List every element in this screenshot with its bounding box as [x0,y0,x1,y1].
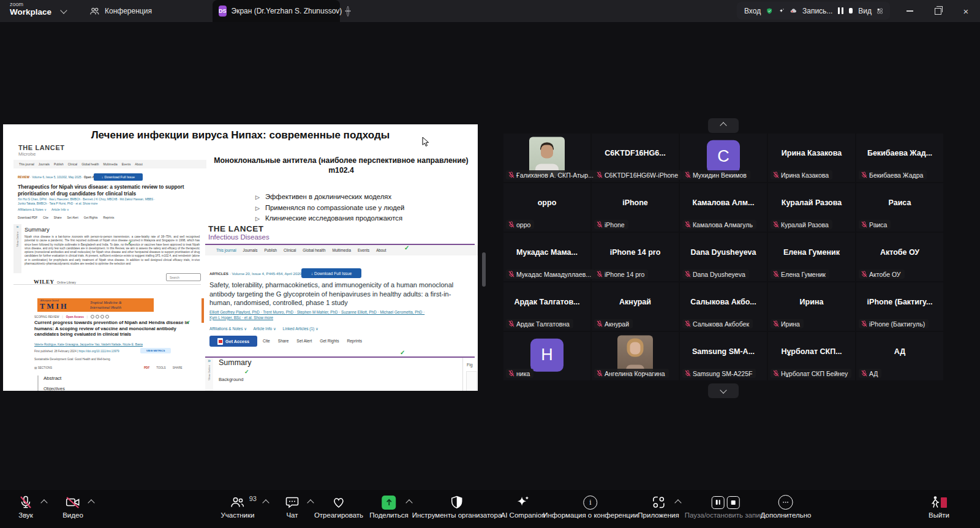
participant-tile[interactable]: Актобе ОУ Актобе ОУ [856,232,944,282]
participant-name-badge: Ангелина Корчагина [594,369,669,378]
view-button[interactable]: Вид [858,7,872,15]
audio-button[interactable]: Звук [18,494,33,519]
participant-tile[interactable]: Н ника [503,331,591,381]
published-row: First published: 28 February 2024 | http… [34,350,119,353]
tab-conference-label: Конференция [105,7,152,15]
leave-button[interactable]: Выйти [929,494,949,519]
participant-name-badge: C6KTDF16HG6W-iPhone [594,170,682,179]
nav-item: Publish [54,163,64,166]
nav-item: Get Rights [320,339,339,343]
summary-heading: Summary [219,358,251,367]
participant-name-badge: Samsung SM-A225F [682,369,756,378]
participant-tile[interactable]: Ирина Ирина [767,282,856,331]
participant-tile[interactable]: iPhone 14 pro iPhone 14 pro [591,232,679,282]
journal-nav: This journalJournalsPublishClinicalGloba… [205,245,478,255]
participant-display-name: Елена Гуменик [769,248,854,257]
participant-tile[interactable]: Мукадас Мама... Мукадас Мамадуллаев... [503,232,591,282]
host-tools-button[interactable]: Инструменты организатора [412,494,502,519]
chat-options-chevron[interactable] [307,499,314,506]
nav-item: About [376,248,386,252]
audio-options-chevron[interactable] [40,499,47,506]
sdg-note: Sustainable Development Goal: Good Healt… [34,358,111,361]
participant-tile[interactable]: iPhone iPhone [591,183,679,232]
participant-tile[interactable]: C Мухидин Векимов [679,133,767,183]
participant-name-badge: Ғалиханов А. СКП-Атыр... [506,170,597,179]
lancet-microbe-sub: Microbe [18,151,36,157]
participant-tile[interactable]: Ангелина Корчагина [591,331,679,381]
stop-recording-icon[interactable] [849,8,853,13]
cloud-recording-icon [790,7,797,15]
gallery-scroll-down-button[interactable] [708,383,739,398]
participants-options-chevron[interactable] [262,499,269,506]
minimize-button[interactable] [895,0,924,22]
share-button: SHARE [173,366,183,369]
tab-screen-share[interactable]: DS Экран (Dr.Yerzhan S. Zhunussov) [213,0,340,22]
participant-tile[interactable]: C6KTDF16HG6... C6KTDF16HG6W-iPhone [591,133,679,183]
nav-item: Set Alert [296,339,312,343]
muted-mic-icon [597,221,603,228]
tab-options-icon[interactable] [347,6,349,17]
nav-item: Reprints [347,339,362,343]
participant-tile[interactable]: Ардак Талгатов... Ардак Талгатовна [503,282,591,331]
pause-recording-icon[interactable] [838,7,843,14]
muted-mic-icon [773,320,779,327]
share-screen-button[interactable]: Поделиться [369,494,409,519]
ai-sparkle-icon[interactable] [778,6,785,16]
record-control-button[interactable]: Пауза/остановить запись [685,494,767,519]
participant-tile[interactable]: Ирина Казакова Ирина Казакова [767,133,856,183]
nav-item: Clinical [68,163,77,166]
pdf-button: PDF [144,366,149,369]
apps-button[interactable]: Приложения [638,494,679,519]
published-date: First published: 28 February 2024 | [34,350,78,353]
video-options-chevron[interactable] [88,499,94,506]
login-button[interactable]: Вход [744,7,761,15]
participant-tile[interactable]: oppo oppo [503,183,591,232]
gallery-scroll-up-button[interactable] [708,118,739,133]
people-icon [89,7,100,16]
stop-recording-icon[interactable] [727,496,740,509]
participant-tile[interactable]: Dana Dyusheyeva Dana Dyusheyeva [679,232,767,282]
restore-button[interactable] [924,0,952,22]
participant-tile[interactable]: АД АД [856,331,944,381]
view-metrics-button: VIEW METRICS [140,348,171,353]
participant-tile[interactable]: Раиса Раиса [856,183,944,232]
participant-tile[interactable]: Камалова Алм... Камалова Алмагуль [679,183,767,232]
participant-tile[interactable]: Елена Гуменик Елена Гуменик [767,232,856,282]
chat-button[interactable]: Чат [285,494,300,519]
participant-tile[interactable]: Samsung SM-A... Samsung SM-A225F [679,331,767,381]
nav-item: Publish [264,248,277,252]
pause-recording-icon[interactable] [712,496,725,509]
muted-mic-icon [773,172,779,178]
participant-tile[interactable]: Акнурай Акнурай [591,282,679,331]
participant-tile[interactable]: Салыкова Акбо... Салыкова Акбобек [679,282,767,331]
brand-zoom: zoom [10,2,51,7]
security-shield-icon[interactable] [766,6,772,16]
muted-mic-icon [508,172,514,178]
tab-conference[interactable]: Конференция [83,0,158,22]
participant-name-badge: Ирина Казакова [771,170,832,179]
close-button[interactable]: × [952,0,980,22]
participant-name-badge: iPhone (Бактигуль) [859,319,929,328]
participants-button[interactable]: 93 Участники [221,494,255,519]
leaving-person-icon [931,496,940,509]
more-button[interactable]: Дополнительно [761,494,812,519]
reactions-button[interactable]: Отреагировать [314,494,363,519]
participant-tile[interactable]: iPhone (Бактигу... iPhone (Бактигуль) [856,282,944,331]
participant-tile[interactable]: Бекибаева Жад... Бекибаева Жадра [856,133,944,183]
video-button[interactable]: Видео [62,494,83,519]
participant-display-name: Ирина [769,298,854,306]
participant-display-name: Ирина Казакова [769,149,854,157]
journal-nav: This journalJournalsPublishClinicalGloba… [13,160,206,168]
nav-item: This journal [19,163,34,166]
participant-tile[interactable]: Нұрболат СКП... Нұрболат СКП Бейнеу [767,331,856,381]
participant-tile[interactable]: Куралай Разова Куралай Разова [767,183,856,232]
participant-display-name: Акнурай [592,298,678,306]
meeting-info-button[interactable]: i Информация о конференции [543,494,638,519]
brand-chevron-down-icon[interactable] [60,7,67,13]
screen-scrollbar-thumb[interactable] [482,252,486,287]
screen-tab-avatar: DS [219,6,227,17]
article-authors: Xin Hui S Chan, DPhil · Ilsa L Haeusler,… [18,198,195,206]
participant-tile[interactable]: Ғалиханов А. СКП-Атыр... [503,133,591,183]
participant-name-badge: Мукадас Мамадуллаев... [506,270,595,279]
ai-companion-button[interactable]: AI Companion [501,494,546,519]
